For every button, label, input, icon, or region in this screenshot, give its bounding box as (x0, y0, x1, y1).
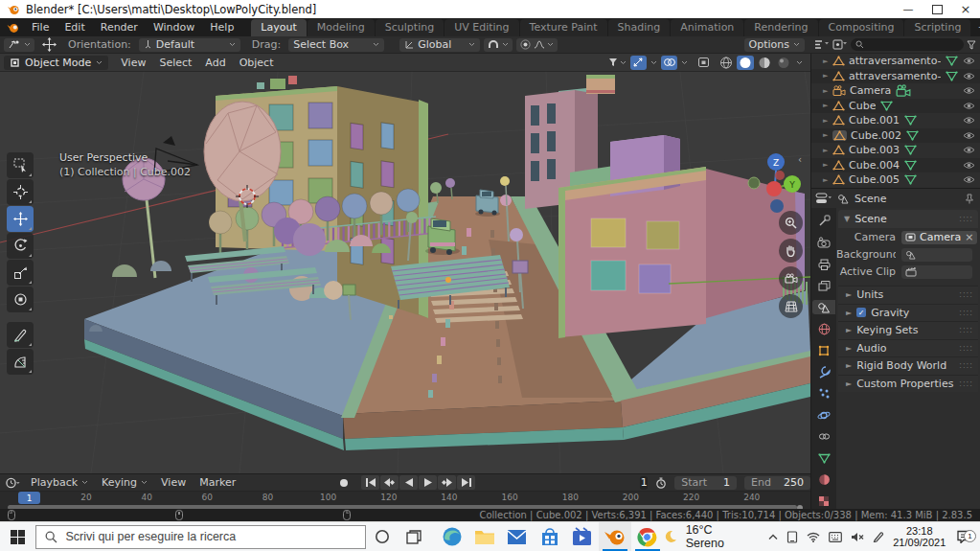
properties-tab-object[interactable] (812, 343, 835, 357)
viewport-menu-view[interactable]: View (114, 55, 152, 71)
properties-tab-output[interactable] (812, 257, 835, 271)
eye-icon[interactable] (963, 72, 975, 80)
add-workspace-button[interactable]: + (970, 21, 980, 34)
properties-tab-tool[interactable] (812, 214, 835, 228)
shading-rendered-button[interactable] (775, 56, 792, 70)
menu-file[interactable]: File (24, 19, 57, 35)
background-scene-field[interactable] (901, 248, 972, 262)
viewport-canvas[interactable]: User Perspective (1) Collection | Cube.0… (0, 72, 810, 473)
jump-to-start-button[interactable] (361, 475, 379, 490)
properties-editor-icon[interactable] (815, 193, 832, 204)
menu-window[interactable]: Window (146, 19, 202, 35)
gizmo-dropdown[interactable] (649, 56, 659, 70)
weather-text[interactable]: 16°C Sereno (686, 523, 751, 550)
tab-shading[interactable]: Shading (608, 19, 671, 36)
transform-tool-button[interactable] (7, 287, 34, 312)
outliner-item[interactable]: ►attraversamento-pedona (811, 54, 980, 69)
outliner-item[interactable]: ►Cube.001 (811, 113, 980, 128)
clear-camera-icon[interactable]: × (965, 231, 973, 243)
store-taskbar-icon[interactable] (534, 522, 566, 551)
tab-compositing[interactable]: Compositing (819, 19, 904, 36)
xray-toggle[interactable] (695, 56, 712, 70)
outliner-item[interactable]: ►Cube.005 (811, 172, 980, 188)
section-rigid-body-world[interactable]: ►Rigid Body World:::: (838, 356, 978, 375)
moon-weather-icon[interactable] (664, 530, 677, 543)
tab-uv-editing[interactable]: UV Editing (444, 19, 518, 36)
eye-icon[interactable] (963, 57, 975, 65)
tab-animation[interactable]: Animation (671, 19, 743, 36)
properties-tab-physics[interactable] (812, 408, 835, 423)
task-view-button[interactable] (398, 522, 429, 551)
outliner-item[interactable]: ►Cube.004 (811, 158, 980, 173)
timeline-menu-view[interactable]: View (154, 476, 193, 489)
properties-tab-constraints[interactable] (812, 429, 835, 444)
maximize-button[interactable] (923, 0, 951, 18)
frame-end-field[interactable]: End 250 (744, 476, 810, 490)
navigation-gizmo[interactable]: Z Y (742, 152, 802, 217)
mode-dropdown[interactable]: Object Mode (4, 56, 108, 70)
chrome-taskbar-icon[interactable] (631, 522, 664, 551)
playhead[interactable]: 1 (18, 492, 40, 504)
editor-type-icon[interactable] (814, 39, 830, 50)
file-explorer-taskbar-icon[interactable] (468, 522, 501, 551)
eye-icon[interactable] (963, 102, 975, 110)
drag-dropdown[interactable]: Select Box (288, 38, 384, 52)
taskbar-clock[interactable]: 23:18 21/09/2021 (893, 525, 946, 549)
transform-space-dropdown[interactable]: Global (399, 38, 480, 52)
display-mode-icon[interactable] (832, 39, 848, 50)
outliner-search-input[interactable] (851, 38, 964, 51)
shading-solid-button[interactable] (737, 56, 754, 70)
taskbar-search-input[interactable]: Scrivi qui per eseguire la ricerca (35, 525, 365, 549)
eye-icon[interactable] (963, 175, 975, 184)
properties-tab-object-data[interactable] (812, 451, 835, 466)
outliner-item[interactable]: ►attraversamento-pedona (811, 69, 980, 84)
cortana-button[interactable] (366, 522, 398, 551)
options-dropdown[interactable]: Options (744, 38, 805, 52)
section-gravity[interactable]: ►✓Gravity:::: (838, 304, 978, 322)
outliner-item[interactable]: ►Cube.003 (811, 143, 980, 158)
scale-tool-button[interactable] (7, 260, 34, 286)
orientation-dropdown[interactable]: Default (139, 38, 240, 52)
properties-tab-world[interactable] (812, 322, 835, 336)
eye-icon[interactable] (963, 161, 975, 170)
shading-wireframe-button[interactable] (718, 56, 735, 70)
eye-icon[interactable] (963, 116, 975, 125)
viewport-menu-object[interactable]: Object (233, 55, 281, 71)
tab-layout[interactable]: Layout (251, 19, 306, 36)
properties-tab-modifiers[interactable] (812, 365, 835, 379)
viewport-menu-select[interactable]: Select (152, 55, 198, 71)
eye-icon[interactable] (963, 146, 975, 154)
proportional-editing-dropdown[interactable] (516, 38, 558, 52)
tab-texture-paint[interactable]: Texture Paint (520, 19, 607, 36)
jump-to-end-button[interactable] (457, 475, 475, 490)
properties-tab-material[interactable] (812, 472, 835, 487)
edge-taskbar-icon[interactable] (436, 522, 468, 551)
tab-sculpting[interactable]: Sculpting (376, 19, 444, 36)
section-units[interactable]: ►Units:::: (838, 286, 978, 304)
windows-ink-icon[interactable] (873, 531, 884, 542)
auto-keying-icon[interactable] (655, 477, 667, 489)
start-button[interactable] (0, 522, 35, 551)
cursor-tool-button[interactable] (7, 179, 34, 205)
pin-icon[interactable] (965, 194, 974, 204)
show-gizmo-toggle[interactable] (630, 56, 647, 70)
shading-material-button[interactable] (756, 56, 773, 70)
record-button[interactable] (334, 475, 353, 490)
zoom-icon[interactable] (779, 211, 803, 235)
tab-rendering[interactable]: Rendering (744, 19, 817, 36)
movies-tv-taskbar-icon[interactable] (566, 522, 599, 551)
shading-dropdown[interactable] (794, 56, 805, 70)
object-visibility-dropdown[interactable] (606, 56, 628, 70)
timeline-editor-icon[interactable] (6, 477, 20, 489)
blender-app-menu-icon[interactable] (6, 22, 20, 34)
overlays-dropdown[interactable] (679, 56, 690, 70)
outliner-item[interactable]: ►Cube.002 (811, 128, 980, 144)
select-box-button[interactable] (7, 152, 34, 178)
blender-taskbar-icon[interactable] (599, 522, 631, 551)
menu-edit[interactable]: Edit (57, 19, 92, 35)
keyboard-layout-icon[interactable] (829, 532, 842, 542)
menu-render[interactable]: Render (93, 19, 146, 35)
camera-view-icon[interactable] (779, 266, 803, 290)
properties-tab-render[interactable] (812, 236, 835, 250)
close-button[interactable]: × (951, 0, 980, 18)
